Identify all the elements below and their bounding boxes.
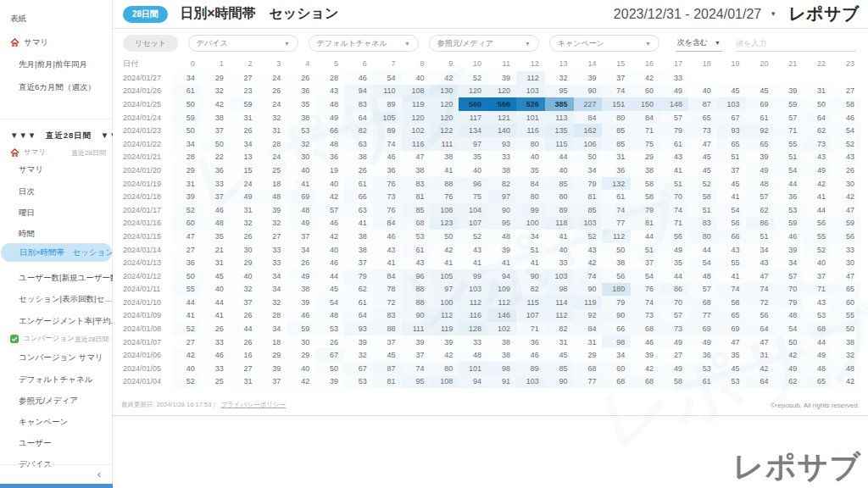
heatmap-cell: 37 (230, 296, 259, 309)
heatmap-cell: 50 (574, 151, 603, 164)
sidebar-item-1[interactable]: サマリ (0, 34, 113, 51)
heatmap-cell: 65 (717, 309, 746, 323)
reset-button[interactable]: リセット (123, 35, 178, 52)
heatmap-cell: 31 (574, 336, 603, 349)
heatmap-cell: 48 (258, 190, 287, 203)
heatmap-cell: 36 (688, 348, 717, 362)
heatmap-cell: 74 (659, 203, 688, 217)
heatmap-cell: 28 (315, 71, 344, 85)
heatmap-cell: 32 (230, 283, 259, 297)
heatmap-cell: 41 (344, 217, 373, 230)
heatmap-cell: 112 (602, 230, 631, 243)
source-media-filter-label: 参照元/メディア (437, 38, 493, 49)
sidebar-item-6[interactable]: サマリ (0, 161, 113, 178)
sidebar-item-2[interactable]: 先月|前月|前年同月 (0, 56, 113, 73)
heatmap-cell: 50 (803, 97, 832, 111)
heatmap-cell: 94 (487, 269, 516, 283)
collapse-chevron-icon[interactable]: ‹ (97, 468, 101, 480)
sidebar-item-15[interactable]: コンバージョン サマリ (0, 349, 113, 366)
heatmap-cell: 50 (172, 124, 201, 137)
filter-value-input[interactable] (736, 35, 856, 52)
sidebar-item-0[interactable]: 表紙 (0, 10, 113, 27)
heatmap-cell: 96 (402, 269, 431, 283)
heatmap-cell: 60 (602, 362, 631, 375)
heatmap-cell: 47 (832, 269, 860, 283)
heatmap-cell: 46 (516, 348, 545, 362)
sidebar-item-label: 先月|前月|前年同月 (19, 59, 87, 70)
table-row: 2024/01/25504259243548838911912056056652… (120, 97, 860, 111)
heatmap-cell: 67 (717, 111, 746, 125)
heatmap-cell: 79 (631, 203, 659, 217)
sidebar-item-8[interactable]: 曜日 (0, 204, 113, 221)
sidebar-item-3[interactable]: 直近6カ月間（週次） (0, 79, 113, 96)
row-date: 2024/01/18 (120, 190, 172, 203)
date-range-picker[interactable]: 2023/12/31 - 2024/01/27 ▼ (614, 7, 776, 22)
heatmap-cell: 61 (344, 296, 373, 309)
app-window: 表紙サマリ先月|前月|前年同月直近6カ月間（週次）▼▼▼ 直近28日間 ▼▼▼サ… (0, 0, 868, 488)
campaign-filter-dropdown[interactable]: キャンペーン ▼ (549, 35, 659, 52)
heatmap-cell: 69 (287, 190, 315, 203)
sidebar-item-17[interactable]: 参照元/メディア (0, 392, 113, 409)
heatmap-cell: 31 (602, 151, 631, 164)
heatmap-cell: 56 (717, 217, 746, 230)
heatmap-cell: 76 (430, 190, 459, 203)
heatmap-cell: 40 (201, 283, 230, 297)
match-type-select[interactable]: 次を含む ▼ (676, 35, 722, 52)
heatmap-cell: 98 (545, 283, 574, 297)
heatmap-cell: 48 (315, 137, 344, 151)
heatmap-cell: 59 (230, 97, 259, 111)
heatmap-cell: 32 (258, 296, 287, 309)
sidebar-item-11[interactable]: ユーザー数|新規ユーザー数 (0, 269, 113, 286)
sidebar-item-13[interactable]: エンゲージメント率|平均... (0, 313, 113, 330)
sidebar-item-16[interactable]: デフォルトチャネル (0, 371, 113, 388)
sidebar-item-18[interactable]: キャンペーン (0, 413, 113, 430)
heatmap-cell: 26 (287, 256, 315, 269)
sidebar-item-19[interactable]: ユーザー (0, 435, 113, 452)
hour-column-header: 9 (430, 56, 459, 71)
heatmap-cell: 30 (287, 336, 315, 349)
heatmap-cell: 74 (574, 269, 603, 283)
sidebar-scrollbar[interactable] (0, 484, 113, 488)
device-filter-dropdown[interactable]: デバイス ▼ (188, 35, 298, 52)
heatmap-cell: 70 (774, 283, 803, 297)
heatmap-cell: 41 (430, 256, 459, 269)
heatmap-cell: 68 (631, 375, 659, 389)
heatmap-cell: 70 (659, 296, 688, 309)
source-media-filter-dropdown[interactable]: 参照元/メディア ▼ (429, 35, 539, 52)
sidebar-item-12[interactable]: セッション|表示回数|セ… (0, 291, 113, 308)
heatmap-cell: 69 (746, 97, 775, 111)
heatmap-cell: 90 (574, 283, 603, 297)
heatmap-cell: 45 (717, 177, 746, 191)
heatmap-cell: 99 (459, 269, 487, 283)
heatmap-cell: 61 (746, 111, 775, 125)
table-row: 2024/01/26613223263643941101081301201201… (120, 85, 860, 98)
row-date: 2024/01/07 (120, 336, 172, 349)
chevron-down-icon: ▼ (525, 41, 531, 47)
sidebar-item-label: 参照元/メディア (19, 396, 78, 407)
heatmap-cell: 85 (602, 124, 631, 137)
check-icon (10, 335, 19, 343)
heatmap-cell: 39 (631, 348, 659, 362)
channel-filter-dropdown[interactable]: デフォルトチャネル ▼ (309, 35, 419, 52)
heatmap-cell: 45 (201, 269, 230, 283)
heatmap-cell: 54 (774, 164, 803, 177)
heatmap-cell: 112 (516, 71, 545, 85)
hour-column-header: 12 (516, 56, 545, 71)
heatmap-cell: 75 (631, 137, 659, 151)
heatmap-cell: 33 (487, 151, 516, 164)
heatmap-cell: 115 (516, 296, 545, 309)
heatmap-cell: 98 (487, 362, 516, 375)
sidebar-collapse-bar[interactable]: ‹ (0, 464, 113, 483)
heatmap-cell: 31 (201, 256, 230, 269)
heatmap-cell: 39 (487, 243, 516, 257)
heatmap-cell: 56 (659, 230, 688, 243)
sidebar-item-7[interactable]: 日次 (0, 183, 113, 200)
heatmap-cell: 48 (487, 230, 516, 243)
privacy-policy-link[interactable]: プライバシーポリシー (221, 401, 286, 409)
heatmap-cell: 46 (631, 336, 659, 349)
heatmap-cell: 21 (201, 243, 230, 257)
heatmap-cell: 38 (487, 164, 516, 177)
sidebar-item-10-active[interactable]: 日別×時間帯 セッション (1, 243, 112, 262)
sidebar-item-9[interactable]: 時間 (0, 225, 113, 242)
heatmap-cell: 40 (402, 71, 431, 85)
